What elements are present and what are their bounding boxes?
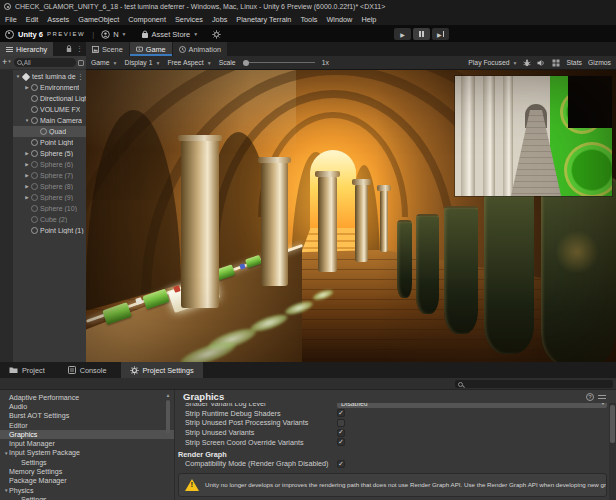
game-view-dropdown[interactable]: Game▼ (91, 59, 117, 66)
checkbox[interactable]: ✓ (337, 409, 345, 417)
settings-category[interactable]: Burst AOT Settings (0, 412, 174, 421)
hierarchy-search-filter-icon[interactable] (78, 60, 84, 66)
settings-category[interactable]: Package Manager (0, 477, 174, 486)
hierarchy-item[interactable]: ▶Sphere (5) (13, 148, 86, 159)
settings-category-list: Adaptive PerformanceAudioBurst AOT Setti… (0, 390, 175, 500)
debug-bug-icon[interactable] (523, 59, 531, 67)
menu-window[interactable]: Window (326, 15, 352, 24)
hierarchy-item[interactable]: ▶Sphere (9) (13, 192, 86, 203)
kebab-menu-icon[interactable]: ⋮ (77, 73, 84, 81)
preset-icon[interactable] (598, 393, 606, 401)
settings-category[interactable]: Audio (0, 402, 174, 411)
menu-planetary-terrain[interactable]: Planetary Terrain (236, 15, 291, 24)
tab-hierarchy[interactable]: Hierarchy (0, 42, 53, 56)
hierarchy-item[interactable]: ▶Sphere (6) (13, 159, 86, 170)
expand-arrow-icon[interactable]: ▼ (0, 488, 9, 493)
settings-search-input[interactable] (455, 380, 613, 388)
game-toolbar: Game▼ Display 1▼ Free Aspect▼ Scale 1x P… (86, 56, 616, 70)
checkbox[interactable]: ✓ (337, 460, 345, 468)
menu-services[interactable]: Services (175, 15, 203, 24)
category-scrollbar[interactable]: ▲ (164, 392, 172, 500)
settings-row: Strip Unused Variants✓ (175, 428, 609, 438)
pause-button[interactable] (413, 28, 430, 40)
gameobject-icon (40, 128, 47, 135)
expand-arrow-icon[interactable]: ▶ (23, 162, 31, 167)
settings-category[interactable]: Input Manager (0, 439, 174, 448)
tab-game[interactable]: Game (130, 42, 172, 56)
hierarchy-item[interactable]: Point Light (13, 137, 86, 148)
gameobject-icon (31, 117, 38, 124)
settings-category[interactable]: Memory Settings (0, 467, 174, 476)
settings-category[interactable]: Adaptive Performance (0, 393, 174, 402)
settings-category[interactable]: ▼Physics (0, 486, 174, 495)
asset-store-menu[interactable]: Asset Store ▼ (141, 30, 199, 39)
mute-audio-icon[interactable] (537, 59, 546, 67)
checkbox[interactable]: ✓ (337, 429, 345, 437)
settings-row: Strip Screen Coord Override Variants✓ (175, 437, 609, 447)
scroll-up-icon[interactable]: ▲ (164, 392, 172, 398)
play-button[interactable]: ▶ (394, 28, 411, 40)
menu-component[interactable]: Component (128, 15, 166, 24)
settings-gear-icon[interactable] (212, 30, 221, 39)
help-icon[interactable]: ? (586, 393, 594, 401)
settings-category[interactable]: ▼Input System Package (0, 449, 174, 458)
menu-jobs[interactable]: Jobs (212, 15, 227, 24)
menu-help[interactable]: Help (361, 15, 376, 24)
expand-arrow-icon[interactable]: ▼ (0, 451, 9, 456)
dropdown[interactable]: Disabled▾ (337, 403, 607, 408)
aspect-dropdown[interactable]: Free Aspect▼ (167, 59, 211, 66)
tab-scene[interactable]: Scene (86, 42, 129, 56)
gameobject-icon (31, 139, 38, 146)
preview-black-region (568, 76, 612, 128)
tab-project[interactable]: Project (0, 362, 54, 378)
content-scrollbar[interactable] (609, 403, 616, 500)
hierarchy-item[interactable]: Cube (2) (13, 214, 86, 225)
hierarchy-item[interactable]: ▼test lumina de⋮ (13, 71, 86, 82)
play-focused-dropdown[interactable]: Play Focused▼ (468, 59, 517, 66)
account-menu[interactable]: N ▼ (101, 30, 126, 39)
menu-gameobject[interactable]: GameObject (78, 15, 119, 24)
checkbox[interactable]: ✓ (337, 438, 345, 446)
checkbox[interactable] (337, 419, 345, 427)
settings-category[interactable]: Settings (0, 495, 174, 500)
hierarchy-item[interactable]: Sphere (10) (13, 203, 86, 214)
hierarchy-item[interactable]: ▼Main Camera (13, 115, 86, 126)
settings-category[interactable]: Editor (0, 421, 174, 430)
settings-category[interactable]: Settings (0, 458, 174, 467)
hierarchy-item[interactable]: Point Light (1) (13, 225, 86, 236)
menu-tools[interactable]: Tools (300, 15, 317, 24)
settings-content: Graphics ? Shader Variant Log LevelDisab… (175, 390, 616, 500)
hierarchy-item[interactable]: ▶Sphere (7) (13, 170, 86, 181)
hierarchy-item[interactable]: VOLUME FX (13, 104, 86, 115)
expand-arrow-icon[interactable]: ▼ (23, 118, 31, 123)
kebab-menu-icon[interactable]: ⋮ (76, 45, 83, 53)
hierarchy-item[interactable]: ▶Environment (13, 82, 86, 93)
expand-arrow-icon[interactable]: ▶ (23, 195, 31, 200)
capture-icon[interactable] (552, 59, 560, 67)
expand-arrow-icon[interactable]: ▶ (23, 151, 31, 156)
hierarchy-item[interactable]: Quad (13, 126, 86, 137)
hierarchy-item[interactable]: Directional Light (13, 93, 86, 104)
gizmos-dropdown[interactable]: Gizmos (588, 59, 611, 66)
tab-console[interactable]: Console (59, 362, 116, 378)
menu-assets[interactable]: Assets (47, 15, 69, 24)
step-button[interactable]: ▶ (432, 28, 449, 40)
menu-file[interactable]: File (5, 15, 17, 24)
tab-animation[interactable]: Animation (173, 42, 227, 56)
preview-label: PREVIEW (47, 31, 85, 37)
expand-arrow-icon[interactable]: ▶ (23, 173, 31, 178)
expand-arrow-icon[interactable]: ▶ (23, 184, 31, 189)
hierarchy-search-input[interactable]: All (14, 58, 76, 67)
add-gameobject-button[interactable]: +▼ (2, 58, 12, 67)
setting-label: Strip Screen Coord Override Variants (185, 438, 304, 447)
stats-toggle[interactable]: Stats (566, 59, 582, 66)
settings-category[interactable]: Graphics (0, 430, 174, 439)
scale-slider[interactable] (243, 62, 315, 63)
display-dropdown[interactable]: Display 1▼ (124, 59, 160, 66)
tab-project-settings[interactable]: Project Settings (121, 362, 203, 378)
game-viewport[interactable] (86, 70, 616, 362)
lock-icon[interactable] (66, 45, 72, 53)
expand-arrow-icon[interactable]: ▶ (23, 85, 31, 90)
menu-edit[interactable]: Edit (26, 15, 39, 24)
hierarchy-item[interactable]: ▶Sphere (8) (13, 181, 86, 192)
